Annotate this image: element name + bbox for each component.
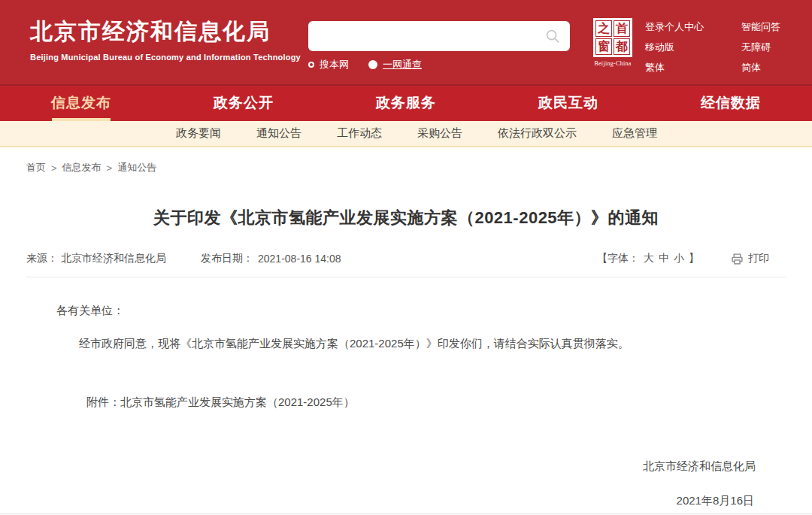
breadcrumb-info-release[interactable]: 信息发布 xyxy=(62,161,102,174)
bottom-divider xyxy=(0,513,812,514)
seal-char: 之 xyxy=(595,20,612,37)
nav-item-economic-data[interactable]: 经信数据 xyxy=(650,86,812,121)
link-mobile-version[interactable]: 移动版 xyxy=(645,41,704,54)
link-accessibility[interactable]: 无障碍 xyxy=(741,41,780,54)
salutation: 各有关单位： xyxy=(56,304,786,318)
printer-icon xyxy=(731,253,744,265)
subnav-item-procurement[interactable]: 采购公告 xyxy=(417,126,462,141)
publish-date-label: 发布日期： xyxy=(201,252,253,265)
subnav-item-law-publicity[interactable]: 依法行政双公示 xyxy=(498,126,577,141)
article-meta-row: 来源： 北京市经济和信息化局 发布日期： 2021-08-16 14:08 【字… xyxy=(26,252,786,265)
nav-item-gov-services[interactable]: 政务服务 xyxy=(325,86,487,121)
font-size-control: 【字体： 大 中 小 】 xyxy=(597,252,699,265)
breadcrumb-separator: > xyxy=(51,162,57,174)
sub-nav: 政务要闻 通知公告 工作动态 采购公告 依法行政双公示 应急管理 xyxy=(0,121,812,147)
font-size-small-button[interactable]: 小 xyxy=(674,252,684,265)
font-size-medium-button[interactable]: 中 xyxy=(659,252,669,265)
link-smart-qa[interactable]: 智能问答 xyxy=(741,20,780,34)
subnav-item-gov-news[interactable]: 政务要闻 xyxy=(176,126,221,141)
publish-date-value: 2021-08-16 14:08 xyxy=(258,253,341,265)
subnav-item-emergency-mgmt[interactable]: 应急管理 xyxy=(612,126,657,141)
site-header: 北京市经济和信息化局 Beijing Municipal Bureau of E… xyxy=(0,0,812,84)
meta-divider xyxy=(26,277,786,277)
subnav-item-notices[interactable]: 通知公告 xyxy=(256,126,301,141)
quick-links-col-2: 智能问答 无障碍 简体 xyxy=(741,20,780,74)
seal-char: 窗 xyxy=(595,38,612,55)
signature-agency: 北京市经济和信息化局 xyxy=(26,459,786,474)
main-nav: 信息发布 政务公开 政务服务 政民互动 经信数据 xyxy=(0,84,812,121)
breadcrumb-home[interactable]: 首页 xyxy=(26,161,46,174)
source-label: 来源： xyxy=(26,252,58,265)
breadcrumb-notices[interactable]: 通知公告 xyxy=(117,161,156,174)
quick-links-col-1: 登录个人中心 移动版 繁体 xyxy=(645,20,704,74)
seal-char: 都 xyxy=(614,38,630,55)
seal-caption: Beijing-China xyxy=(591,60,635,67)
nav-item-info-release[interactable]: 信息发布 xyxy=(0,86,162,121)
search-scope: 搜本网 一网通查 xyxy=(308,58,570,71)
breadcrumb: 首页 > 信息发布 > 通知公告 xyxy=(26,161,786,174)
capital-window-seal-logo[interactable]: 之 首 窗 都 Beijing-China xyxy=(591,18,635,67)
body-paragraph: 经市政府同意，现将《北京市氢能产业发展实施方案（2021-2025年）》印发你们… xyxy=(26,334,786,353)
content: 首页 > 信息发布 > 通知公告 关于印发《北京市氢能产业发展实施方案（2021… xyxy=(0,161,812,508)
quick-links: 登录个人中心 移动版 繁体 智能问答 无障碍 简体 xyxy=(645,20,780,74)
scope-label: 一网通查 xyxy=(383,58,422,71)
font-size-large-button[interactable]: 大 xyxy=(644,252,654,265)
article-body: 各有关单位： 经市政府同意，现将《北京市氢能产业发展实施方案（2021-2025… xyxy=(26,304,786,508)
breadcrumb-separator: > xyxy=(107,162,113,174)
site-title: 北京市经济和信息化局 xyxy=(30,17,301,47)
print-label: 打印 xyxy=(748,252,769,265)
article-meta-left: 来源： 北京市经济和信息化局 发布日期： 2021-08-16 14:08 xyxy=(26,252,341,265)
subnav-item-work-trends[interactable]: 工作动态 xyxy=(337,126,382,141)
search-icon[interactable] xyxy=(544,28,561,44)
radio-dot-icon xyxy=(368,60,377,69)
link-login-personal-center[interactable]: 登录个人中心 xyxy=(645,20,704,34)
article-meta-right: 【字体： 大 中 小 】 打印 xyxy=(597,252,786,265)
article-title: 关于印发《北京市氢能产业发展实施方案（2021-2025年）》的通知 xyxy=(26,207,786,229)
link-traditional-chinese[interactable]: 繁体 xyxy=(645,61,704,74)
search-box xyxy=(308,21,570,51)
search-scope-network[interactable]: 一网通查 xyxy=(368,58,422,71)
print-button[interactable]: 打印 xyxy=(731,252,769,265)
search-input[interactable] xyxy=(308,21,525,50)
attachment-link[interactable]: 附件：北京市氢能产业发展实施方案（2021-2025年） xyxy=(86,395,786,410)
page: 北京市经济和信息化局 Beijing Municipal Bureau of E… xyxy=(0,0,812,515)
search-area: 搜本网 一网通查 xyxy=(308,21,570,71)
seal-grid: 之 首 窗 都 xyxy=(593,18,632,57)
seal-char: 首 xyxy=(614,20,630,37)
font-control-open: 【字体： xyxy=(597,252,639,265)
scope-label: 搜本网 xyxy=(320,58,349,71)
source-value: 北京市经济和信息化局 xyxy=(61,252,166,265)
font-control-close: 】 xyxy=(689,252,699,265)
nav-item-public-interaction[interactable]: 政民互动 xyxy=(487,86,650,121)
link-simplified-chinese[interactable]: 简体 xyxy=(741,61,780,74)
radio-ring-icon xyxy=(308,62,314,68)
site-subtitle: Beijing Municipal Bureau of Economy and … xyxy=(30,53,301,62)
signature-date: 2021年8月16日 xyxy=(26,494,786,508)
site-logo[interactable]: 北京市经济和信息化局 Beijing Municipal Bureau of E… xyxy=(30,17,301,62)
nav-item-gov-affairs-open[interactable]: 政务公开 xyxy=(162,86,325,121)
search-scope-site[interactable]: 搜本网 xyxy=(308,58,349,71)
